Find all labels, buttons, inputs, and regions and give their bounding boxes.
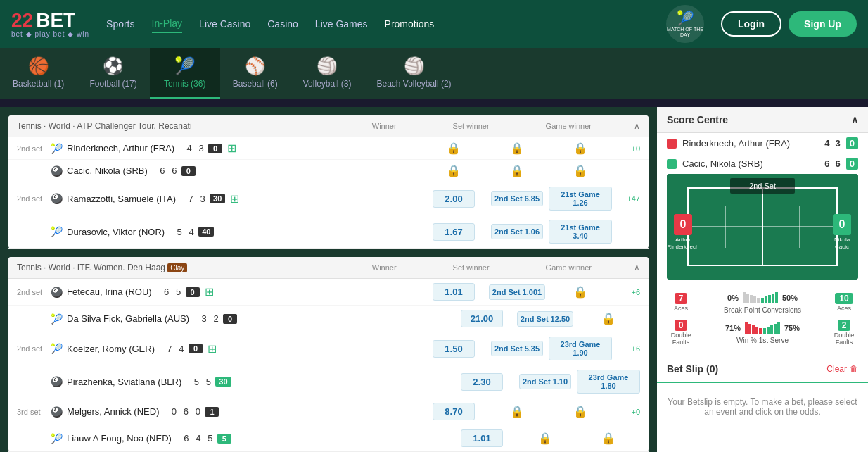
setwinner-val-durasovic[interactable]: 2nd Set 1.06 bbox=[491, 224, 543, 239]
set-label-fetecau: 2nd set bbox=[17, 288, 51, 296]
gamewinner-val-durasovic[interactable]: 21st Game 3.40 bbox=[549, 220, 612, 244]
gamewinner-odd-pirazhenka[interactable]: 23rd Game 1.80 bbox=[577, 370, 640, 394]
score-1-ramazzotti: 7 bbox=[186, 194, 196, 204]
login-button[interactable]: Login bbox=[721, 11, 781, 37]
clear-button[interactable]: Clear 🗑 bbox=[826, 364, 858, 374]
col-setwinner-atp: Set winner bbox=[453, 122, 490, 130]
tab-tennis[interactable]: 🎾 Tennis (36) bbox=[150, 48, 220, 99]
score-2-koelzer: 4 bbox=[177, 344, 186, 354]
main-nav: Sports In-Play Live Casino Casino Live G… bbox=[106, 15, 649, 33]
gamewinner-odd-melgers: 🔒 bbox=[549, 405, 612, 418]
setwinner-val-ramazzotti[interactable]: 2nd Set 6.85 bbox=[491, 191, 543, 206]
flag-rinderknech bbox=[667, 139, 677, 149]
winner-odd-ramazzotti[interactable]: 2.00 bbox=[422, 190, 485, 208]
svg-text:Arthur: Arthur bbox=[675, 237, 691, 243]
lock-icon-winner-rinderknech: 🔒 bbox=[447, 142, 461, 155]
match-row-liauw: 🎾 Liauw A Fong, Noa (NED) 6 4 5 5 1.01 bbox=[8, 425, 649, 451]
setwinner-odd-fetecau[interactable]: 2nd Set 1.001 bbox=[485, 284, 549, 300]
gamewinner-odd-ramazzotti[interactable]: 21st Game 1.26 bbox=[549, 187, 612, 211]
winner-odd-dasilva[interactable]: 21.00 bbox=[450, 310, 513, 327]
signup-button[interactable]: Sign Up bbox=[789, 11, 857, 37]
lock-icon-game-liauw: 🔒 bbox=[601, 432, 615, 445]
score-name-cacic: Cacic, Nikola (SRB) bbox=[682, 158, 819, 169]
winner-val-koelzer[interactable]: 1.50 bbox=[433, 340, 475, 358]
flag-cacic bbox=[667, 159, 677, 169]
player-dasilva: 🎾 Da Silva Fick, Gabriella (AUS) 3 2 0 bbox=[51, 313, 450, 325]
setwinner-odd-koelzer[interactable]: 2nd Set 5.35 bbox=[485, 341, 549, 356]
winner-odd-durasovic[interactable]: 1.67 bbox=[422, 223, 485, 241]
collapse-itf-icon[interactable]: ∧ bbox=[634, 263, 640, 272]
tab-beach-volleyball[interactable]: 🏐 Beach Volleyball (2) bbox=[364, 48, 464, 99]
tab-volleyball[interactable]: 🏐 Volleyball (3) bbox=[291, 48, 364, 99]
match-of-day[interactable]: 🎾 MATCH OF THE DAY bbox=[666, 5, 704, 43]
collapse-atp-icon[interactable]: ∧ bbox=[634, 121, 640, 131]
player-melgers: 🎱 Melgers, Annick (NED) 0 6 0 1 bbox=[51, 406, 422, 418]
setwinner-odd-dasilva[interactable]: 2nd Set 12.50 bbox=[513, 311, 577, 327]
winner-odd-fetecau[interactable]: 1.01 bbox=[422, 283, 485, 301]
more-odds-ramazzotti[interactable]: +47 bbox=[612, 194, 640, 203]
winner-val-durasovic[interactable]: 1.67 bbox=[433, 223, 475, 241]
winner-val-dasilva[interactable]: 21.00 bbox=[461, 310, 503, 327]
gamewinner-odd-koelzer[interactable]: 23rd Game 1.90 bbox=[549, 337, 612, 360]
col-winner-itf: Winner bbox=[372, 263, 397, 272]
score-centre-header: Score Centre ∧ bbox=[657, 107, 868, 133]
score-1-dasilva: 3 bbox=[199, 313, 209, 324]
more-odds-koelzer[interactable]: +6 bbox=[612, 344, 640, 353]
setwinner-odd-pirazhenka[interactable]: 2nd Set 1.10 bbox=[513, 374, 577, 389]
more-odds-group1[interactable]: +0 bbox=[612, 144, 640, 153]
matches-content: Tennis · World · ATP Challenger Tour. Re… bbox=[0, 107, 657, 452]
nav-inplay[interactable]: In-Play bbox=[152, 15, 183, 33]
gamewinner-val-koelzer[interactable]: 23rd Game 1.90 bbox=[549, 337, 612, 360]
nav-live-games[interactable]: Live Games bbox=[315, 15, 368, 32]
tab-basketball[interactable]: 🏀 Basketball (1) bbox=[0, 48, 77, 99]
lock-icon-game-cacic: 🔒 bbox=[573, 164, 587, 177]
lock-icon-game-fetecau: 🔒 bbox=[573, 285, 587, 299]
setwinner-odd-ramazzotti[interactable]: 2nd Set 6.85 bbox=[485, 191, 549, 206]
score-badge-fetecau: 0 bbox=[186, 287, 200, 297]
nav-promotions[interactable]: Promotions bbox=[385, 15, 435, 32]
setwinner-val-fetecau[interactable]: 2nd Set 1.001 bbox=[489, 284, 545, 300]
ball-icon-rinderknech: 🎾 bbox=[51, 143, 63, 154]
nav-sports[interactable]: Sports bbox=[106, 15, 134, 32]
gamewinner-val-pirazhenka[interactable]: 23rd Game 1.80 bbox=[577, 370, 640, 394]
grid-icon-koelzer[interactable]: ⊞ bbox=[208, 342, 217, 356]
stat-right-aces: 10 Aces bbox=[830, 293, 858, 312]
set-label-ramazzotti: 2nd set bbox=[17, 194, 51, 203]
clear-label[interactable]: Clear bbox=[826, 364, 847, 374]
grid-icon-rinderknech[interactable]: ⊞ bbox=[227, 142, 236, 155]
nav-live-casino[interactable]: Live Casino bbox=[199, 15, 250, 32]
score-badge-ramazzotti: 30 bbox=[210, 194, 225, 203]
winner-odd-melgers[interactable]: 8.70 bbox=[422, 403, 485, 420]
setwinner-val-pirazhenka[interactable]: 2nd Set 1.10 bbox=[519, 374, 571, 389]
more-odds-melgers[interactable]: +0 bbox=[612, 408, 640, 416]
setwinner-odd-cacic: 🔒 bbox=[485, 164, 549, 177]
lock-icon-set-melgers: 🔒 bbox=[510, 405, 524, 418]
winner-val-melgers[interactable]: 8.70 bbox=[433, 403, 475, 420]
winner-odd-liauw[interactable]: 1.01 bbox=[450, 429, 513, 447]
setwinner-val-koelzer[interactable]: 2nd Set 5.35 bbox=[491, 341, 543, 356]
nav-casino[interactable]: Casino bbox=[267, 15, 298, 32]
grid-icon-ramazzotti[interactable]: ⊞ bbox=[230, 192, 239, 206]
tab-baseball[interactable]: ⚾ Baseball (6) bbox=[220, 48, 291, 99]
collapse-score-icon[interactable]: ∧ bbox=[851, 114, 858, 125]
svg-text:2nd Set: 2nd Set bbox=[749, 182, 776, 190]
winner-val-ramazzotti[interactable]: 2.00 bbox=[433, 190, 475, 208]
winner-val-liauw[interactable]: 1.01 bbox=[461, 429, 503, 447]
winner-odd-pirazhenka[interactable]: 2.30 bbox=[450, 373, 513, 391]
score-3-melgers: 0 bbox=[193, 406, 203, 417]
score-badge-durasovic: 40 bbox=[198, 227, 214, 237]
gamewinner-odd-durasovic[interactable]: 21st Game 3.40 bbox=[549, 220, 612, 244]
winner-odd-koelzer[interactable]: 1.50 bbox=[422, 340, 485, 358]
ball-icon-melgers: 🎱 bbox=[51, 406, 63, 418]
gamewinner-val-ramazzotti[interactable]: 21st Game 1.26 bbox=[549, 187, 612, 211]
tab-football[interactable]: ⚽ Football (17) bbox=[77, 48, 149, 99]
setwinner-odd-durasovic[interactable]: 2nd Set 1.06 bbox=[485, 224, 549, 239]
svg-text:Rinderknech: Rinderknech bbox=[668, 244, 699, 250]
winner-val-pirazhenka[interactable]: 2.30 bbox=[461, 373, 503, 391]
player-fetecau: 🎱 Fetecau, Irina (ROU) 6 5 0 ⊞ bbox=[51, 285, 422, 299]
sc-n1: 4 bbox=[824, 138, 829, 149]
winner-val-fetecau[interactable]: 1.01 bbox=[433, 283, 475, 301]
more-odds-fetecau[interactable]: +6 bbox=[612, 288, 640, 296]
setwinner-val-dasilva[interactable]: 2nd Set 12.50 bbox=[517, 311, 573, 327]
grid-icon-fetecau[interactable]: ⊞ bbox=[205, 285, 214, 299]
